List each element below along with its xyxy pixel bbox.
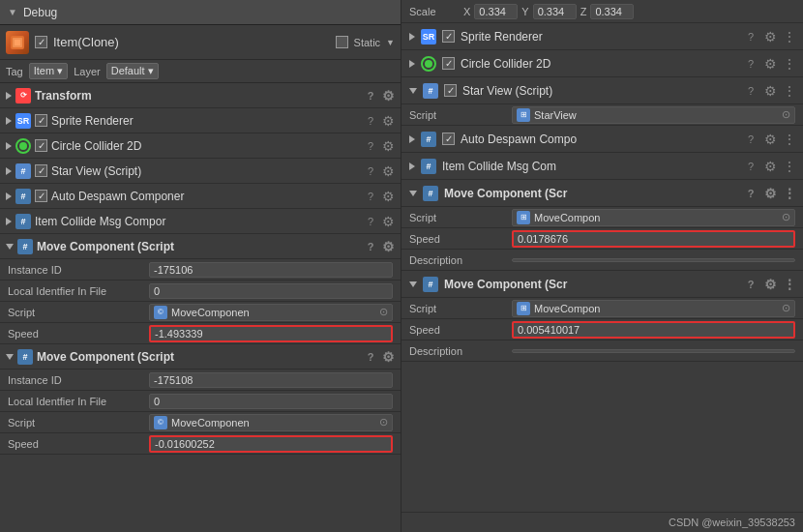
right-move1-header-row[interactable]: # Move Component (Scr ? ⚙ ⋮: [402, 180, 803, 207]
starview-arrow: [6, 167, 12, 175]
right-itemcollide-name: Item Collide Msg Com: [442, 160, 737, 173]
right-sprite-icon: SR: [421, 29, 436, 44]
debug-title: Debug: [23, 6, 57, 19]
right-move2-settings[interactable]: ⚙: [764, 277, 777, 292]
right-starview-link[interactable]: ⊙: [782, 108, 790, 121]
transform-row[interactable]: ⟳ Transform ? ⚙: [0, 83, 401, 108]
right-starview-script-icon: ⊞: [517, 108, 530, 122]
right-move1-settings[interactable]: ⚙: [764, 186, 777, 201]
move1-script-value: © MoveComponen ⊙: [149, 304, 393, 321]
right-itemcollide-settings[interactable]: ⚙: [764, 159, 777, 174]
debug-arrow: ▼: [8, 7, 17, 17]
autodespawn-checkbox[interactable]: [35, 190, 47, 202]
right-move1-dots[interactable]: ⋮: [783, 186, 795, 201]
right-autodespawn-checkbox[interactable]: [442, 133, 455, 145]
right-sprite-arrow: [409, 33, 415, 41]
move1-localid-label: Local Identfier In File: [8, 285, 143, 297]
static-checkbox[interactable]: [336, 36, 348, 48]
move1-name: Move Component (Script: [37, 240, 359, 253]
move2-localid-row: Local Identfier In File 0: [0, 391, 401, 412]
itemcollide-settings[interactable]: ⚙: [382, 214, 395, 229]
move2-script-icon: ©: [154, 416, 167, 429]
sprite-help: ?: [363, 115, 378, 127]
transform-arrow: [6, 92, 12, 100]
right-starview-dots[interactable]: ⋮: [783, 83, 795, 99]
circle-settings[interactable]: ⚙: [382, 138, 395, 154]
transform-settings[interactable]: ⚙: [382, 88, 395, 103]
right-starview-checkbox[interactable]: [444, 84, 457, 97]
move2-help: ?: [363, 351, 378, 363]
right-autodespawn-dots[interactable]: ⋮: [783, 132, 795, 147]
move2-settings[interactable]: ⚙: [382, 349, 395, 365]
sprite-settings[interactable]: ⚙: [382, 113, 395, 129]
right-move1-help: ?: [743, 188, 758, 199]
tag-select[interactable]: Item ▾: [29, 63, 68, 79]
autodespawn-settings[interactable]: ⚙: [382, 189, 395, 204]
right-sprite-name: Sprite Renderer: [461, 30, 737, 44]
right-move1-speed-value[interactable]: 0.0178676: [512, 230, 795, 248]
move1-arrow: [6, 244, 14, 250]
right-move1-name: Move Component (Scr: [444, 187, 737, 200]
circle-collider-row[interactable]: Circle Collider 2D ? ⚙: [0, 133, 401, 159]
circle-arrow: [6, 142, 12, 150]
right-starview-settings[interactable]: ⚙: [764, 83, 777, 99]
right-itemcollide-row[interactable]: # Item Collide Msg Com ? ⚙ ⋮: [402, 153, 803, 180]
right-move2-dots[interactable]: ⋮: [783, 277, 795, 292]
itemcollide-icon: #: [15, 214, 31, 229]
static-dropdown[interactable]: ▼: [386, 38, 395, 47]
move2-localid-label: Local Identfier In File: [8, 396, 143, 407]
sprite-renderer-row[interactable]: SR Sprite Renderer ? ⚙: [0, 108, 401, 133]
item-collide-row[interactable]: # Item Collide Msg Compor ? ⚙: [0, 209, 401, 234]
autodespawn-help: ?: [363, 191, 378, 202]
right-itemcollide-dots[interactable]: ⋮: [783, 159, 795, 174]
move1-header-row[interactable]: # Move Component (Script ? ⚙: [0, 234, 401, 259]
right-circle-row[interactable]: Circle Collider 2D ? ⚙ ⋮: [402, 50, 803, 77]
right-circle-name: Circle Collider 2D: [461, 57, 737, 71]
move1-settings[interactable]: ⚙: [382, 239, 395, 254]
move1-script-icon: ©: [154, 306, 167, 319]
right-starview-name: Star View (Script): [462, 84, 737, 98]
starview-settings[interactable]: ⚙: [382, 163, 395, 179]
move1-script-link[interactable]: ⊙: [379, 306, 388, 318]
transform-icon: ⟳: [15, 88, 31, 103]
right-move1-link[interactable]: ⊙: [782, 211, 790, 223]
star-view-row[interactable]: # Star View (Script) ? ⚙: [0, 159, 401, 184]
itemcollide-arrow: [6, 218, 12, 225]
right-move2-icon: #: [423, 277, 438, 292]
right-move1-script-value: ⊞ MoveCompon ⊙: [512, 209, 795, 226]
right-starview-row[interactable]: # Star View (Script) ? ⚙ ⋮: [402, 77, 803, 104]
move2-localid-value: 0: [149, 394, 393, 409]
right-autodespawn-settings[interactable]: ⚙: [764, 132, 777, 147]
layer-select[interactable]: Default ▾: [106, 63, 159, 79]
move1-speed-value[interactable]: -1.493339: [149, 325, 393, 342]
sprite-checkbox[interactable]: [35, 114, 47, 127]
right-move2-arrow: [409, 281, 417, 287]
right-sprite-dots[interactable]: ⋮: [783, 29, 795, 44]
starview-checkbox[interactable]: [35, 164, 47, 177]
right-move2-speed-label: Speed: [409, 324, 506, 336]
right-move2-speed-value[interactable]: 0.005410017: [512, 321, 795, 339]
right-circle-settings[interactable]: ⚙: [764, 56, 777, 72]
right-sprite-settings[interactable]: ⚙: [764, 29, 777, 44]
right-move2-link[interactable]: ⊙: [782, 302, 790, 314]
right-circle-checkbox[interactable]: [442, 57, 455, 70]
object-checkbox[interactable]: [35, 36, 47, 48]
move2-icon: #: [17, 349, 33, 365]
right-sprite-checkbox[interactable]: [442, 30, 455, 43]
auto-despawn-row[interactable]: # Auto Despawn Componer ? ⚙: [0, 184, 401, 209]
move1-instanceid-label: Instance ID: [8, 264, 143, 276]
right-move2-header-row[interactable]: # Move Component (Scr ? ⚙ ⋮: [402, 271, 803, 298]
move2-instanceid-value: -175108: [149, 372, 393, 388]
right-move1-script-icon: ⊞: [517, 211, 530, 224]
circle-checkbox[interactable]: [35, 139, 47, 152]
right-panel: Scale X 0.334 Y 0.334 Z 0.334 SR Sprite …: [402, 0, 803, 532]
right-autodespawn-row[interactable]: # Auto Despawn Compo ? ⚙ ⋮: [402, 126, 803, 153]
move2-speed-value[interactable]: -0.01600252: [149, 435, 393, 453]
right-sprite-renderer-row[interactable]: SR Sprite Renderer ? ⚙ ⋮: [402, 23, 803, 50]
move2-script-link[interactable]: ⊙: [379, 416, 388, 429]
right-autodespawn-help: ?: [743, 133, 758, 145]
move2-header-row[interactable]: # Move Component (Script ? ⚙: [0, 344, 401, 369]
right-circle-dots[interactable]: ⋮: [783, 56, 795, 72]
layer-label: Layer: [74, 66, 101, 77]
right-itemcollide-help: ?: [743, 161, 758, 172]
